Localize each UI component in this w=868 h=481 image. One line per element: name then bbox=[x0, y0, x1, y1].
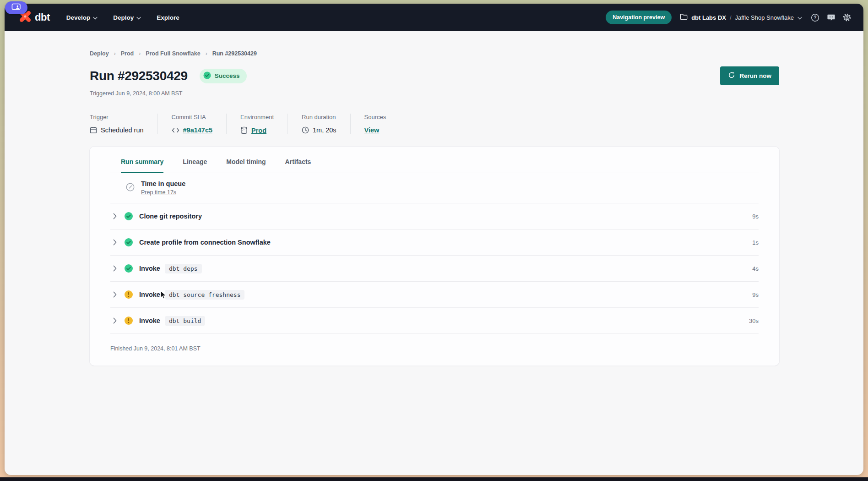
step-row-clone-git[interactable]: Clone git repository 9s bbox=[110, 203, 759, 229]
step-row-dbt-source-freshness[interactable]: Invoke dbt source freshness 9s bbox=[110, 281, 759, 307]
chevron-right-icon[interactable] bbox=[113, 265, 117, 272]
top-navbar: dbt Develop Deploy Explore Navigation pr… bbox=[5, 4, 863, 31]
status-badge: Success bbox=[200, 69, 247, 83]
run-summary-card: Run summary Lineage Model timing Artifac… bbox=[90, 147, 779, 366]
page-title: Run #292530429 bbox=[90, 69, 188, 83]
screen-share-icon bbox=[11, 3, 21, 12]
bottom-screen-edge bbox=[0, 477, 868, 481]
meta-run-duration: Run duration 1m, 20s bbox=[288, 114, 350, 134]
svg-text:?: ? bbox=[814, 15, 816, 20]
nav-menu-label: Explore bbox=[157, 14, 179, 21]
step-command: dbt source freshness bbox=[165, 290, 245, 300]
meta-label: Commit SHA bbox=[172, 114, 213, 120]
step-row-dbt-deps[interactable]: Invoke dbt deps 4s bbox=[110, 255, 759, 281]
tab-run-summary[interactable]: Run summary bbox=[121, 158, 163, 173]
meta-label: Sources bbox=[364, 114, 386, 120]
navbar-icon-group: ? bbox=[810, 13, 852, 22]
app-window: dbt Develop Deploy Explore Navigation pr… bbox=[5, 4, 863, 475]
settings-gear-icon[interactable] bbox=[842, 13, 852, 22]
nav-menu-explore[interactable]: Explore bbox=[157, 14, 179, 21]
account-name: dbt Labs DX bbox=[691, 14, 726, 21]
project-name: Jaffle Shop Snowflake bbox=[735, 14, 794, 21]
step-duration: 9s bbox=[752, 213, 759, 220]
breadcrumb: Deploy › Prod › Prod Full Snowflake › Ru… bbox=[90, 50, 779, 57]
chevron-right-icon[interactable] bbox=[113, 317, 117, 324]
environment-link[interactable]: Prod bbox=[251, 127, 266, 134]
meta-sources: Sources View bbox=[350, 114, 400, 134]
time-in-queue-row: Time in queue Prep time 17s bbox=[110, 173, 759, 203]
breadcrumb-job[interactable]: Prod Full Snowflake bbox=[146, 50, 200, 57]
step-row-create-profile[interactable]: Create profile from connection Snowflake… bbox=[110, 229, 759, 255]
navbar-right: Navigation preview dbt Labs DX / Jaffle … bbox=[606, 11, 852, 24]
chevron-down-icon bbox=[797, 14, 802, 21]
chevron-down-icon bbox=[136, 14, 141, 21]
step-command: dbt build bbox=[165, 316, 205, 326]
sources-view-link[interactable]: View bbox=[364, 126, 380, 134]
tab-model-timing[interactable]: Model timing bbox=[226, 158, 266, 173]
meta-label: Trigger bbox=[90, 114, 144, 120]
meta-label: Environment bbox=[240, 114, 274, 120]
tab-lineage[interactable]: Lineage bbox=[183, 158, 207, 173]
commit-sha-link[interactable]: #9a147c5 bbox=[183, 126, 213, 134]
nav-menu-develop[interactable]: Develop bbox=[66, 14, 98, 21]
clock-icon bbox=[302, 126, 309, 134]
breadcrumb-separator-icon: › bbox=[139, 50, 141, 57]
breadcrumb-separator-icon: › bbox=[114, 50, 116, 57]
step-name: Invoke bbox=[139, 265, 160, 272]
database-icon bbox=[240, 126, 248, 134]
run-metadata: Trigger Scheduled run Commit SHA #9a147c… bbox=[90, 114, 779, 134]
queue-title: Time in queue bbox=[141, 180, 185, 187]
tab-artifacts[interactable]: Artifacts bbox=[285, 158, 311, 173]
step-status-icon bbox=[125, 317, 133, 325]
run-tabs: Run summary Lineage Model timing Artifac… bbox=[110, 147, 759, 173]
trigger-value: Scheduled run bbox=[101, 126, 144, 134]
rerun-refresh-icon bbox=[728, 71, 735, 80]
breadcrumb-deploy[interactable]: Deploy bbox=[90, 50, 109, 57]
step-duration: 30s bbox=[749, 317, 759, 324]
help-icon[interactable]: ? bbox=[810, 13, 819, 22]
breadcrumb-prod[interactable]: Prod bbox=[121, 50, 134, 57]
dbt-logo-text: dbt bbox=[35, 11, 50, 23]
rerun-now-button[interactable]: Rerun now bbox=[720, 66, 779, 85]
meta-trigger: Trigger Scheduled run bbox=[90, 114, 157, 134]
chevron-right-icon[interactable] bbox=[113, 291, 117, 298]
account-project-switcher[interactable]: dbt Labs DX / Jaffle Shop Snowflake bbox=[680, 13, 802, 22]
code-icon bbox=[172, 127, 179, 133]
step-name: Invoke bbox=[139, 317, 160, 324]
step-name: Clone git repository bbox=[139, 213, 202, 220]
screen-share-badge[interactable] bbox=[5, 1, 27, 14]
step-duration: 4s bbox=[752, 265, 759, 272]
folder-icon bbox=[680, 13, 688, 22]
chevron-right-icon[interactable] bbox=[113, 213, 117, 219]
feedback-icon[interactable] bbox=[826, 13, 835, 22]
step-duration: 1s bbox=[752, 239, 759, 246]
finished-timestamp: Finished Jun 9, 2024, 8:01 AM BST bbox=[110, 334, 759, 366]
step-status-icon bbox=[125, 264, 133, 273]
page-header: Run #292530429 Success Rerun now bbox=[90, 66, 779, 85]
queue-clock-icon bbox=[125, 182, 135, 194]
step-duration: 9s bbox=[752, 291, 759, 298]
breadcrumb-separator-icon: › bbox=[206, 50, 207, 57]
step-name: Invoke bbox=[139, 291, 160, 298]
success-check-icon bbox=[203, 71, 211, 81]
nav-menu-label: Develop bbox=[66, 14, 91, 21]
step-row-dbt-build[interactable]: Invoke dbt build 30s bbox=[110, 307, 759, 333]
meta-commit-sha: Commit SHA #9a147c5 bbox=[157, 114, 227, 134]
nav-menu-deploy[interactable]: Deploy bbox=[113, 14, 141, 21]
step-status-icon bbox=[125, 290, 133, 299]
nav-menu-label: Deploy bbox=[113, 14, 134, 21]
step-name: Create profile from connection Snowflake bbox=[139, 239, 271, 246]
chevron-right-icon[interactable] bbox=[113, 239, 117, 246]
path-separator: / bbox=[730, 14, 732, 21]
meta-environment: Environment Prod bbox=[226, 114, 288, 134]
chevron-down-icon bbox=[93, 14, 98, 21]
run-duration-value: 1m, 20s bbox=[313, 126, 336, 134]
breadcrumb-run: Run #292530429 bbox=[212, 50, 257, 57]
meta-label: Run duration bbox=[302, 114, 336, 120]
prep-time-link[interactable]: Prep time 17s bbox=[141, 189, 176, 196]
nav-menus: Develop Deploy Explore bbox=[66, 14, 179, 21]
step-status-icon bbox=[125, 238, 133, 246]
step-status-icon bbox=[125, 212, 133, 220]
calendar-icon bbox=[90, 126, 97, 134]
navigation-preview-button[interactable]: Navigation preview bbox=[606, 11, 672, 24]
